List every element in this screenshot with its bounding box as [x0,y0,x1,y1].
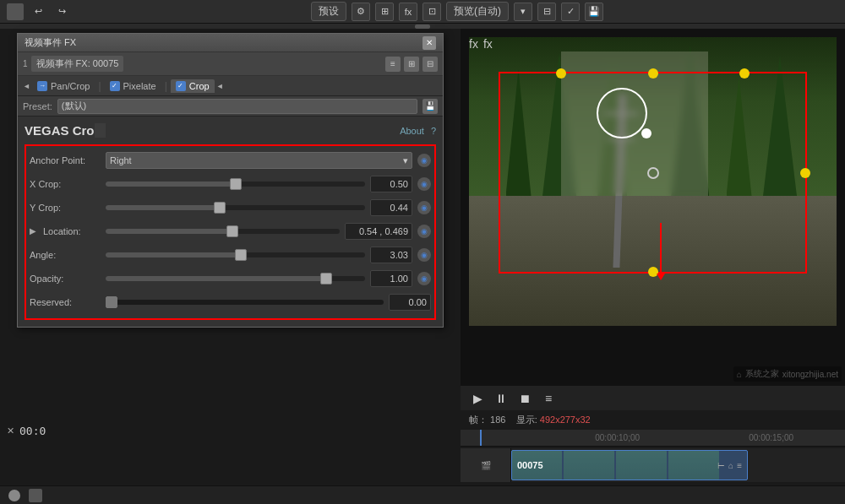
angle-control: 3.03 ◉ [106,247,431,263]
gear-button[interactable]: ⚙ [352,3,370,21]
location-reset-button[interactable]: ◉ [417,225,431,238]
redo-button[interactable]: ↪ [52,3,71,21]
x-marker: ✕ [7,425,14,436]
reserved-thumb[interactable] [106,296,117,308]
v-button[interactable]: ✓ [561,3,580,21]
angle-slider[interactable] [106,252,365,257]
ycrop-value: 0.44 [370,199,412,216]
ycrop-reset-button[interactable]: ◉ [417,201,431,214]
save-button[interactable]: 💾 [585,3,603,21]
tab-pixelate[interactable]: ✓ Pixelate [105,79,161,93]
stop-button[interactable]: ⏹ [516,390,533,407]
angle-fill [106,252,241,257]
crop-handle-tc[interactable] [648,68,658,79]
opacity-label: Opacity: [30,274,106,284]
preview-label[interactable]: 预览(自动) [446,2,509,21]
media-button[interactable]: ⊡ [422,3,441,21]
crop-handle-tl[interactable] [556,68,566,79]
opacity-row: Opacity: 1.00 ◉ [30,268,431,290]
time-code: 00:0 [19,425,46,437]
anchor-reset-button[interactable]: ◉ [417,154,431,167]
about-link[interactable]: About [400,126,424,136]
fx-button[interactable]: fx [399,3,417,21]
opacity-reset-button[interactable]: ◉ [417,272,431,285]
xcrop-reset-button[interactable]: ◉ [417,177,431,191]
xcrop-value: 0.50 [370,176,412,192]
track-content: 00075 ⊢ ⌂ ≡ [511,448,845,482]
ycrop-row: Y Crop: 0.44 ◉ [30,197,431,219]
location-expand[interactable]: ▶ [30,226,40,236]
pause-button[interactable]: ⏸ [493,390,510,407]
plugin-header: VEGAS Crop About ? [25,123,436,138]
opacity-slider[interactable] [106,276,365,281]
preview-dropdown[interactable]: ▾ [514,3,532,21]
fx-icon-1[interactable]: fx [469,37,478,51]
xcrop-slider[interactable] [106,182,365,187]
ycrop-label: Y Crop: [30,203,106,213]
crop-crosshair [647,167,659,179]
playback-controls: ▶ ⏸ ⏹ ≡ [461,385,845,410]
red-arrow [660,223,662,274]
fx-tiles-icon[interactable]: ⊟ [422,57,438,72]
xcrop-control: 0.50 ◉ [106,176,431,192]
anchor-dropdown[interactable]: Right ▾ [106,152,412,169]
location-slider[interactable] [106,229,340,234]
xcrop-thumb[interactable] [230,178,242,190]
fx-title-label: 视频事件 FX: 00075 [31,56,124,72]
watermark-text: 系统之家 [745,368,779,380]
angle-thumb[interactable] [235,249,247,261]
ycrop-fill [106,205,220,210]
opacity-thumb[interactable] [320,273,332,285]
tab-left-arrow[interactable]: ◄ [23,82,30,90]
preview-area[interactable]: fx fx ⌂ 系统之家 xitongzhijia.net [461,29,845,385]
left-panel: 视频事件 FX ✕ 1 视频事件 FX: 00075 ≡ ⊞ ⊟ ◄ → Pan… [0,29,461,484]
location-thumb[interactable] [226,225,238,237]
play-button[interactable]: ▶ [469,390,486,407]
pan-crop-check: → [37,81,47,91]
selected-clip[interactable]: 00075 ⊢ ⌂ ≡ [511,450,748,480]
clip-btn-2[interactable]: ⌂ [728,461,733,470]
timeline-track: 🎬 00075 ⊢ ⌂ ≡ [461,448,845,482]
fx-icon-2[interactable]: fx [483,37,493,51]
undo-button[interactable]: ↩ [29,3,47,21]
watermark: ⌂ 系统之家 xitongzhijia.net [733,366,842,382]
reserved-slider[interactable] [106,300,384,305]
frame-info: 帧： 186 显示: 492x277x32 [461,410,845,430]
help-link[interactable]: ? [431,126,436,136]
grid2-button[interactable]: ⊟ [537,3,556,21]
preset-toolbar-label[interactable]: 预设 [311,2,346,21]
ycrop-slider[interactable] [106,205,365,210]
bottom-controls: ✕ 00:0 [0,425,52,437]
preset-row: Preset: (默认) 💾 [18,96,443,117]
crop-center-handle[interactable] [641,128,651,138]
timeline-playhead[interactable] [480,430,482,446]
angle-reset-button[interactable]: ◉ [417,248,431,262]
tab-pan-crop[interactable]: → Pan/Crop [32,79,95,93]
clip-btn-3[interactable]: ≡ [737,461,742,470]
preset-select[interactable]: (默认) [57,99,417,114]
grid-button[interactable]: ⊞ [375,3,394,21]
clip-btn-1[interactable]: ⊢ [717,461,725,470]
main-area: 视频事件 FX ✕ 1 视频事件 FX: 00075 ≡ ⊞ ⊟ ◄ → Pan… [0,29,845,484]
playlist-button[interactable]: ≡ [540,390,557,407]
location-label: ▶ Location: [30,226,106,236]
display-label: 显示: [516,415,537,425]
location-fill [106,229,232,234]
reserved-control: 0.00 [106,294,431,311]
top-toolbar: ↩ ↪ 预设 ⚙ ⊞ fx ⊡ 预览(自动) ▾ ⊟ ✓ 💾 [0,0,845,24]
crop-handle-mr[interactable] [800,168,810,178]
fx-list-icon[interactable]: ≡ [385,57,401,72]
preset-save-button[interactable]: 💾 [422,99,438,114]
tab-sep1: | [98,80,101,92]
angle-label: Angle: [30,250,106,260]
reserved-row: Reserved: 0.00 [30,291,431,313]
preset-label: Preset: [23,101,52,111]
fx-grid-icon[interactable]: ⊞ [404,57,419,72]
tab-crop[interactable]: ✓ Crop [171,79,215,93]
tab-right-arrow[interactable]: ◄ [216,82,224,90]
params-highlight-box: Anchor Point: Right ▾ ◉ X Crop: [25,144,436,320]
ycrop-thumb[interactable] [214,202,226,214]
close-button[interactable]: ✕ [422,36,436,50]
crop-handle-tr[interactable] [739,68,750,79]
collapse-handle[interactable] [415,24,430,29]
